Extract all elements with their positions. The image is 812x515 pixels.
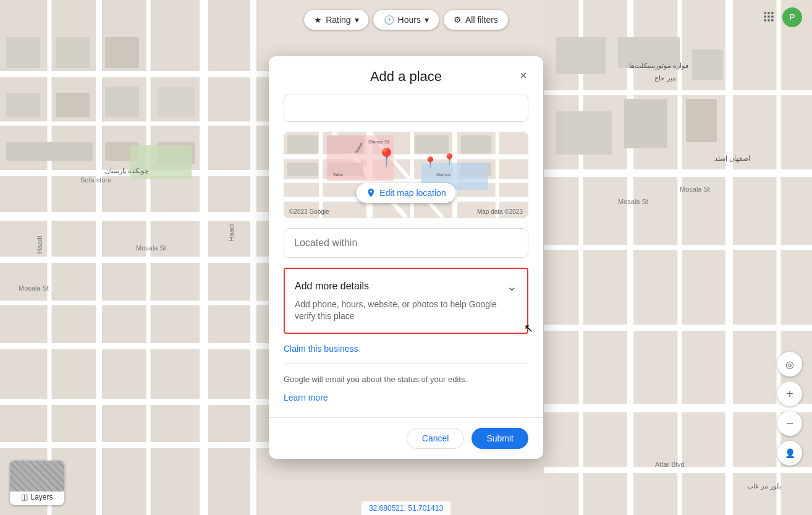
add-more-details-header: Add more details ⌄: [295, 279, 517, 294]
located-within-input[interactable]: [284, 228, 528, 258]
mini-map-data: Map data ©2023: [477, 208, 523, 215]
map-pin-icon: 📍: [376, 149, 397, 166]
add-more-details-section[interactable]: Add more details ⌄ Add phone, hours, web…: [284, 268, 528, 334]
svg-rect-68: [461, 135, 491, 154]
svg-rect-67: [415, 135, 449, 154]
divider-line: [284, 364, 528, 364]
add-more-details-title: Add more details: [295, 281, 369, 292]
email-notice-text: Google will email you about the status o…: [284, 374, 528, 385]
modal-header: Add a place ×: [269, 56, 543, 95]
svg-text:Mansur...: Mansur...: [436, 172, 454, 177]
chevron-down-icon: ⌄: [507, 279, 517, 294]
modal-close-button[interactable]: ×: [514, 66, 533, 86]
modal-backdrop: Add a place ×: [0, 0, 812, 515]
cancel-button[interactable]: Cancel: [407, 428, 465, 449]
svg-rect-69: [287, 163, 318, 176]
edit-map-location-btn[interactable]: Edit map location: [356, 183, 455, 203]
submit-button[interactable]: Submit: [472, 428, 528, 449]
svg-rect-65: [287, 135, 318, 154]
blue-marker-2: 📍: [442, 153, 456, 166]
modal-footer: Cancel Submit: [269, 417, 543, 459]
mini-map-bg: Shirazi St Mahdi... Saba Mansur... 📍 📍 📍: [284, 132, 528, 218]
add-place-modal: Add a place ×: [269, 56, 543, 459]
place-name-input[interactable]: [284, 95, 528, 122]
add-more-details-description: Add phone, hours, website, or photos to …: [295, 299, 517, 323]
edit-map-location-label: Edit map location: [379, 188, 446, 198]
close-icon: ×: [520, 69, 527, 83]
mini-map-container: Shirazi St Mahdi... Saba Mansur... 📍 📍 📍: [284, 132, 528, 218]
svg-text:Saba: Saba: [333, 172, 343, 177]
learn-more-link[interactable]: Learn more: [284, 393, 528, 402]
mini-map-copyright: ©2023 Google: [289, 208, 329, 215]
claim-business-link[interactable]: Claim this business: [284, 344, 528, 354]
cursor-indicator: ↖: [524, 321, 533, 335]
svg-text:Shirazi St: Shirazi St: [368, 139, 390, 145]
modal-title: Add a place: [370, 69, 442, 85]
blue-marker-1: 📍: [423, 156, 437, 169]
modal-body[interactable]: Shirazi St Mahdi... Saba Mansur... 📍 📍 📍: [269, 95, 543, 417]
